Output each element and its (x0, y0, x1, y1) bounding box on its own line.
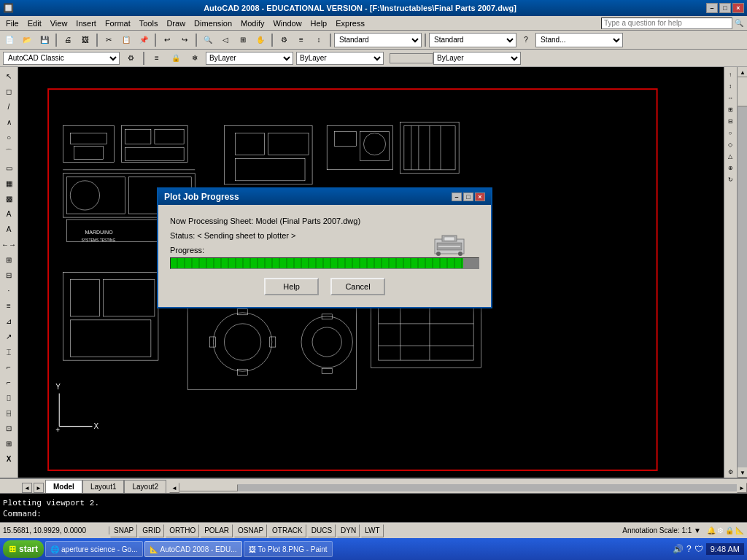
menu-file[interactable]: File (1, 18, 23, 29)
dialog-close-button[interactable]: × (475, 192, 485, 201)
zoom-prev-button[interactable]: ◁ (217, 33, 233, 47)
tab-layout2[interactable]: Layout2 (124, 480, 166, 493)
menu-view[interactable]: View (46, 18, 72, 29)
workspace-dropdown[interactable]: AutoCAD Classic (3, 52, 120, 65)
offset-tool[interactable]: ⊡ (1, 421, 16, 435)
ducs-button[interactable]: DUCS (308, 524, 336, 537)
tab-scroll-right-button[interactable]: ► (34, 483, 44, 493)
menu-window[interactable]: Window (268, 18, 306, 29)
match-prop-button[interactable]: ↕ (311, 33, 327, 47)
annotation-scale[interactable]: Annotation Scale: 1:1 ▼ (619, 526, 704, 534)
color-dropdown[interactable]: ByLayer (206, 52, 293, 65)
dim-tool[interactable]: ←→ (1, 237, 16, 252)
maximize-button[interactable]: □ (719, 3, 731, 13)
right-tool-8[interactable]: △ (724, 150, 736, 162)
chamfer-tool[interactable]: ⌐ (1, 375, 16, 389)
right-tool-9[interactable]: ⊕ (724, 162, 736, 174)
menu-draw[interactable]: Draw (162, 18, 190, 29)
attdef-tool[interactable]: ≡ (1, 298, 16, 313)
menu-dimension[interactable]: Dimension (190, 18, 236, 29)
tab-scroll-left-button[interactable]: ◄ (22, 483, 32, 493)
tab-model[interactable]: Model (45, 480, 82, 493)
circle-tool[interactable]: ○ (1, 130, 16, 144)
close-button[interactable]: × (732, 3, 744, 13)
layer-lock-button[interactable]: 🔒 (168, 51, 184, 66)
style-dropdown[interactable]: Standard (429, 33, 516, 47)
dyn-button[interactable]: DYN (337, 524, 360, 537)
line-tool[interactable]: / (1, 99, 16, 114)
taskbar-item-autocad[interactable]: 📐 AutoCAD 2008 - EDU... (144, 541, 242, 557)
point-tool[interactable]: · (1, 283, 16, 298)
layers-button[interactable]: ≡ (293, 33, 309, 47)
pan-button[interactable]: ✋ (252, 33, 268, 47)
print-preview-button[interactable]: 🖼 (77, 33, 93, 47)
menu-format[interactable]: Format (101, 18, 135, 29)
right-tool-3[interactable]: ↔ (724, 92, 736, 104)
gradient-tool[interactable]: ▩ (1, 191, 16, 206)
layer-dropdown[interactable]: Standard (334, 33, 422, 47)
start-button[interactable]: ⊞ start (3, 540, 44, 558)
help-search-button[interactable]: 🔍 (732, 17, 746, 30)
save-button[interactable]: 💾 (36, 33, 53, 47)
right-tool-7[interactable]: ◇ (724, 139, 736, 150)
h-scroll-thumb[interactable] (179, 484, 238, 491)
redo-button[interactable]: ↪ (177, 33, 193, 47)
menu-tools[interactable]: Tools (135, 18, 163, 29)
menu-express[interactable]: Express (331, 18, 369, 29)
help-button[interactable]: ? (518, 33, 534, 47)
zoom-extent-button[interactable]: ⊞ (235, 33, 251, 47)
right-tool-bottom[interactable]: ⚙ (724, 466, 736, 478)
lwt-button[interactable]: LWT (361, 524, 383, 537)
text-tool[interactable]: A (1, 206, 16, 221)
lineweight-dropdown[interactable]: ByLayer (433, 52, 521, 65)
right-tool-1[interactable]: ↑ (724, 69, 736, 80)
mtext-tool[interactable]: A (1, 222, 16, 236)
arc-tool[interactable]: ⌒ (1, 145, 16, 160)
open-button[interactable]: 📂 (19, 33, 35, 47)
menu-help[interactable]: Help (306, 18, 332, 29)
properties-button[interactable]: ⚙ (276, 33, 292, 47)
menu-modify[interactable]: Modify (236, 18, 268, 29)
new-button[interactable]: 📄 (1, 33, 18, 47)
right-tool-5[interactable]: ⊟ (724, 115, 736, 127)
break-tool[interactable]: ⌶ (1, 344, 16, 359)
fillet-tool[interactable]: ⌐ (1, 359, 16, 374)
scroll-down-button[interactable]: ▼ (738, 467, 747, 478)
trim-tool[interactable]: ⌷ (1, 390, 16, 405)
h-scroll-left-button[interactable]: ◄ (169, 483, 179, 493)
h-scroll-track[interactable] (179, 484, 737, 491)
scroll-thumb[interactable] (738, 77, 747, 106)
command-input[interactable] (44, 509, 747, 518)
dialog-title-bar[interactable]: Plot Job Progress – □ × (158, 189, 491, 205)
insert-tool[interactable]: ⊟ (1, 268, 16, 282)
scroll-track[interactable] (738, 77, 747, 467)
minimize-button[interactable]: – (706, 3, 718, 13)
right-tool-4[interactable]: ⊞ (724, 104, 736, 115)
print-button[interactable]: 🖨 (60, 33, 76, 47)
polyline-tool[interactable]: ∧ (1, 114, 16, 129)
tolerance-tool[interactable]: ⊿ (1, 314, 16, 328)
ortho-button[interactable]: ORTHO (166, 524, 199, 537)
cut-button[interactable]: ✂ (101, 33, 117, 47)
layer-prev-button[interactable]: ≡ (149, 51, 165, 66)
otrack-button[interactable]: OTRACK (268, 524, 306, 537)
dialog-minimize-button[interactable]: – (452, 192, 462, 201)
workspace-settings-button[interactable]: ⚙ (123, 51, 139, 66)
scroll-up-button[interactable]: ▲ (738, 67, 747, 77)
linetype-dropdown[interactable]: ByLayer (296, 52, 384, 65)
dialog-maximize-button[interactable]: □ (463, 192, 473, 201)
taskbar-item-paint[interactable]: 🖼 To Plot 8.PNG - Paint (244, 541, 333, 557)
menu-edit[interactable]: Edit (23, 18, 46, 29)
taskbar-item-browser[interactable]: 🌐 aperture science - Go... (45, 541, 143, 557)
h-scroll-right-button[interactable]: ► (737, 483, 747, 493)
tab-layout1[interactable]: Layout1 (82, 480, 125, 493)
osnap-button[interactable]: OSNAP (234, 524, 267, 537)
mirror-tool[interactable]: ⊞ (1, 436, 16, 451)
right-tool-6[interactable]: ○ (724, 127, 736, 139)
copy-button[interactable]: 📋 (118, 33, 134, 47)
erase-tool[interactable]: ◻ (1, 84, 16, 98)
text-dropdown[interactable]: Stand... (535, 33, 623, 47)
right-tool-10[interactable]: ↻ (724, 174, 736, 185)
menu-insert[interactable]: Insert (71, 18, 101, 29)
rectangle-tool[interactable]: ▭ (1, 160, 16, 175)
